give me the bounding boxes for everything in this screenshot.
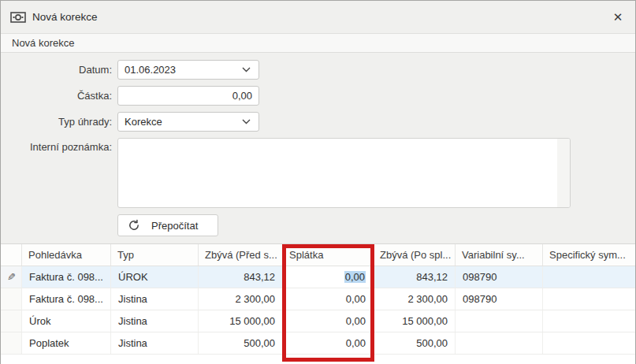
refresh-icon	[128, 219, 140, 232]
cell-zbyva_pred[interactable]: 843,12	[199, 266, 283, 288]
cell-variabilni[interactable]	[456, 310, 543, 332]
cell-specificky[interactable]	[543, 288, 636, 310]
recalculate-label: Přepočítat	[151, 220, 198, 232]
column-header-splatka[interactable]: Splátka	[283, 244, 374, 266]
cell-pohledavka[interactable]: Faktura č. 098...	[22, 266, 111, 288]
column-header-specificky[interactable]: Specifický sym...	[543, 244, 636, 266]
column-header-variabilni[interactable]: Variabilní sy...	[456, 244, 543, 266]
window-title: Nová korekce	[32, 11, 98, 23]
table-row[interactable]: ÚrokJistina15 000,000,0015 000,00	[1, 310, 636, 332]
amount-input[interactable]	[117, 86, 259, 106]
column-header-zbyva_po[interactable]: Zbývá (Po spl...	[374, 244, 456, 266]
payment-type-combobox[interactable]: Korekce	[117, 112, 259, 132]
column-header-handle[interactable]	[1, 244, 22, 266]
internal-note-label: Interní poznámka:	[1, 138, 117, 153]
table-row[interactable]: PoplatekJistina500,000,00500,00	[1, 332, 636, 355]
cell-specificky[interactable]	[543, 332, 636, 354]
cell-zbyva_pred[interactable]: 15 000,00	[199, 310, 283, 332]
close-button[interactable]: ✕	[605, 5, 630, 30]
table-body: ✎Faktura č. 098...ÚROK843,120,00843,1209…	[1, 266, 636, 355]
pencil-icon: ✎	[7, 271, 16, 283]
title-bar: Nová korekce ✕	[1, 1, 635, 34]
cell-variabilni[interactable]: 098790	[456, 288, 543, 310]
tab-nova-korekce[interactable]: Nová korekce	[1, 34, 635, 53]
date-value: 01.06.2023	[125, 64, 242, 76]
cell-splatka[interactable]: 0,00	[283, 332, 374, 354]
cell-zbyva_po[interactable]: 843,12	[374, 266, 456, 288]
receivables-table: PohledávkaTypZbývá (Před s...SplátkaZbýv…	[1, 243, 636, 364]
correction-form: Datum: 01.06.2023 Částka: Typ úhrady: Ko…	[1, 54, 635, 236]
cell-pohledavka[interactable]: Faktura č. 098...	[22, 288, 111, 310]
dialog-window: Nová korekce ✕ Nová korekce Datum: 01.06…	[0, 0, 636, 364]
cell-zbyva_po[interactable]: 2 300,00	[374, 288, 456, 310]
row-handle[interactable]	[1, 332, 22, 354]
tab-label: Nová korekce	[12, 37, 74, 49]
row-handle[interactable]	[1, 288, 22, 310]
cell-zbyva_pred[interactable]: 2 300,00	[199, 288, 283, 310]
column-header-pohledavka[interactable]: Pohledávka	[22, 244, 111, 266]
row-handle[interactable]	[1, 310, 22, 332]
cell-zbyva_po[interactable]: 500,00	[374, 332, 456, 354]
cell-variabilni[interactable]: 098790	[456, 266, 543, 288]
column-header-typ[interactable]: Typ	[111, 244, 199, 266]
cell-typ[interactable]: Jistina	[111, 288, 199, 310]
cell-zbyva_po[interactable]: 15 000,00	[374, 310, 456, 332]
table-header-row: PohledávkaTypZbývá (Před s...SplátkaZbýv…	[1, 244, 636, 266]
row-handle[interactable]: ✎	[1, 266, 22, 288]
editing-cell-value: 0,00	[344, 271, 366, 283]
table-row[interactable]: Faktura č. 098...Jistina2 300,000,002 30…	[1, 288, 636, 310]
cell-zbyva_pred[interactable]: 500,00	[199, 332, 283, 354]
date-combobox[interactable]: 01.06.2023	[117, 60, 259, 80]
cell-pohledavka[interactable]: Poplatek	[22, 332, 111, 354]
date-label: Datum:	[1, 64, 117, 76]
cell-typ[interactable]: Jistina	[111, 310, 199, 332]
cell-splatka[interactable]: 0,00	[283, 288, 374, 310]
banknote-icon	[10, 12, 26, 23]
cell-splatka[interactable]: 0,00	[283, 310, 374, 332]
chevron-down-icon	[242, 119, 251, 124]
cell-specificky[interactable]	[543, 310, 636, 332]
table-row[interactable]: ✎Faktura č. 098...ÚROK843,120,00843,1209…	[1, 266, 636, 288]
column-header-zbyva_pred[interactable]: Zbývá (Před s...	[199, 244, 283, 266]
amount-label: Částka:	[1, 90, 117, 102]
cell-typ[interactable]: ÚROK	[111, 266, 199, 288]
cell-pohledavka[interactable]: Úrok	[22, 310, 111, 332]
chevron-down-icon	[242, 67, 251, 72]
recalculate-button[interactable]: Přepočítat	[117, 214, 218, 236]
cell-typ[interactable]: Jistina	[111, 332, 199, 354]
payment-type-label: Typ úhrady:	[1, 116, 117, 128]
cell-variabilni[interactable]	[456, 332, 543, 354]
internal-note-textarea[interactable]	[117, 138, 571, 208]
cell-splatka[interactable]: 0,00	[283, 266, 374, 288]
cell-specificky[interactable]	[543, 266, 636, 288]
payment-type-value: Korekce	[125, 116, 242, 128]
